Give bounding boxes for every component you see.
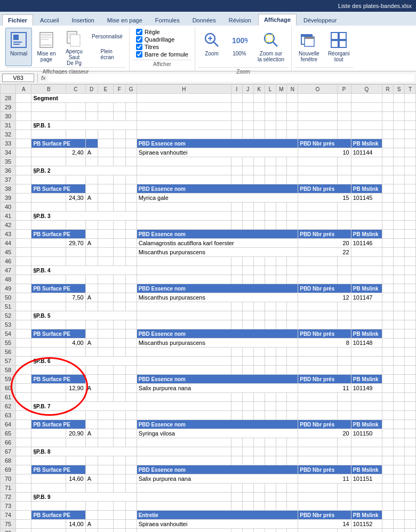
cell-61-F[interactable]: [113, 393, 125, 402]
cell-69-A[interactable]: [16, 465, 31, 474]
cell-49-S[interactable]: [394, 284, 405, 293]
col-header-i[interactable]: I: [231, 85, 243, 94]
cell-46-K[interactable]: [253, 257, 265, 266]
cell-74-E[interactable]: [98, 511, 113, 520]
cell-68-F[interactable]: [113, 456, 125, 465]
cell-42-L[interactable]: [265, 221, 276, 230]
cell-68-C[interactable]: [66, 456, 86, 465]
cell-43-T[interactable]: [404, 230, 415, 239]
cell-48-N[interactable]: [287, 275, 298, 284]
cell-45-F[interactable]: [113, 248, 125, 257]
cell-75-F[interactable]: [113, 520, 125, 529]
cell-47-A[interactable]: [16, 266, 31, 275]
cell-56-G[interactable]: [125, 348, 137, 357]
cell-75-C[interactable]: 14,00: [66, 520, 86, 529]
cell-48-Q[interactable]: [351, 275, 382, 284]
cell-70-D[interactable]: A: [85, 474, 98, 483]
cell-30-D[interactable]: [85, 112, 98, 121]
cell-37-G[interactable]: [125, 175, 137, 184]
cell-60-G[interactable]: [125, 384, 137, 393]
cell-76-I[interactable]: [231, 529, 243, 533]
cell-51-I[interactable]: [231, 302, 243, 311]
cell-68-A[interactable]: [16, 456, 31, 465]
ribbon-btn-personnalise[interactable]: Personnalisé: [89, 28, 126, 45]
cell-58-N[interactable]: [287, 366, 298, 375]
cell-32-R[interactable]: [382, 130, 394, 139]
titres-checkbox[interactable]: [136, 44, 142, 50]
cell-62-S[interactable]: [394, 402, 405, 411]
cell-45-T[interactable]: [404, 248, 415, 257]
cell-51-N[interactable]: [287, 302, 298, 311]
cell-48-A[interactable]: [16, 275, 31, 284]
cell-45-O[interactable]: 22: [298, 248, 351, 257]
cell-57-B[interactable]: §P.B. 6: [31, 357, 137, 366]
cell-65-T[interactable]: [404, 429, 415, 438]
cell-35-S[interactable]: [394, 157, 405, 166]
cell-45-D[interactable]: [85, 248, 98, 257]
cell-68-H[interactable]: [137, 456, 231, 465]
cell-35-J[interactable]: [242, 157, 253, 166]
cell-59-G[interactable]: [125, 375, 137, 384]
cell-55-G[interactable]: [125, 338, 137, 348]
cell-43-O[interactable]: PBD Nbr prés: [298, 230, 351, 239]
cell-33-R[interactable]: [382, 139, 394, 148]
cell-62-T[interactable]: [404, 402, 415, 411]
cell-38-B[interactable]: PB Surface PE: [31, 184, 85, 194]
cell-57-S[interactable]: [394, 357, 405, 366]
cell-69-B[interactable]: PB Surface PE: [31, 465, 85, 474]
cell-72-M[interactable]: [276, 493, 287, 502]
cell-47-M[interactable]: [276, 266, 287, 275]
cell-49-G[interactable]: [125, 284, 137, 293]
cell-28-K[interactable]: [253, 94, 265, 103]
cell-39-B[interactable]: [31, 194, 66, 203]
cell-35-L[interactable]: [265, 157, 276, 166]
cell-38-G[interactable]: [125, 184, 137, 194]
cell-32-E[interactable]: [98, 130, 113, 139]
cell-36-T[interactable]: [404, 166, 415, 175]
cell-57-M[interactable]: [276, 357, 287, 366]
cell-34-R[interactable]: [382, 148, 394, 157]
cell-29-A[interactable]: [16, 103, 31, 112]
cell-47-L[interactable]: [265, 266, 276, 275]
cell-46-N[interactable]: [287, 257, 298, 266]
ribbon-btn-zoom-100[interactable]: 100% 100%: [226, 28, 253, 66]
cell-61-O[interactable]: [298, 393, 337, 402]
cell-38-R[interactable]: [382, 184, 394, 194]
cell-66-H[interactable]: [137, 438, 231, 447]
cell-57-P[interactable]: [337, 357, 351, 366]
cell-62-N[interactable]: [287, 402, 298, 411]
cell-72-R[interactable]: [382, 493, 394, 502]
cell-40-F[interactable]: [113, 203, 125, 212]
cell-50-T[interactable]: [404, 293, 415, 302]
cell-54-R[interactable]: [382, 329, 394, 338]
cell-34-S[interactable]: [394, 148, 405, 157]
cell-58-S[interactable]: [394, 366, 405, 375]
cell-76-B[interactable]: [31, 529, 66, 533]
cell-44-H[interactable]: Calamagrostis acutiflora karl foerster: [137, 239, 298, 248]
cell-38-A[interactable]: [16, 184, 31, 194]
cell-56-N[interactable]: [287, 348, 298, 357]
cell-61-A[interactable]: [16, 393, 31, 402]
cell-51-K[interactable]: [253, 302, 265, 311]
cell-57-H[interactable]: [137, 357, 231, 366]
cell-61-P[interactable]: [337, 393, 351, 402]
cell-68-T[interactable]: [404, 456, 415, 465]
cell-76-D[interactable]: [85, 529, 98, 533]
cell-49-H[interactable]: PBD Essence nom: [137, 284, 298, 293]
cell-28-J[interactable]: [242, 94, 253, 103]
cell-51-J[interactable]: [242, 302, 253, 311]
cell-40-D[interactable]: [85, 203, 98, 212]
cell-53-Q[interactable]: [351, 320, 382, 329]
cell-66-M[interactable]: [276, 438, 287, 447]
cell-46-M[interactable]: [276, 257, 287, 266]
cell-57-L[interactable]: [265, 357, 276, 366]
cell-35-K[interactable]: [253, 157, 265, 166]
cell-57-Q[interactable]: [351, 357, 382, 366]
cell-52-B[interactable]: §P.B. 5: [31, 311, 137, 320]
cell-31-J[interactable]: [242, 121, 253, 130]
cell-61-Q[interactable]: [351, 393, 382, 402]
cell-42-C[interactable]: [66, 221, 86, 230]
cell-64-H[interactable]: PBD Essence nom: [137, 420, 298, 429]
cell-72-Q[interactable]: [351, 493, 382, 502]
cell-34-G[interactable]: [125, 148, 137, 157]
